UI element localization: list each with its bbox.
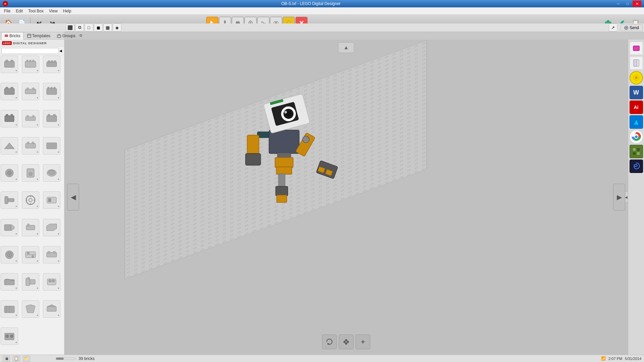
brick-item[interactable]: + (43, 191, 60, 209)
brick-plus-18: + (58, 205, 59, 208)
bricks-tab-icon (4, 34, 8, 38)
brick-item[interactable]: + (1, 110, 18, 127)
right-files-button[interactable] (630, 42, 643, 55)
groups-settings-icon[interactable]: ⚙ (79, 34, 83, 38)
viewport-nav-right[interactable]: ▶ (613, 184, 625, 210)
action-btn-7[interactable]: ↗ (609, 23, 618, 32)
brick-item[interactable]: + (22, 56, 39, 73)
svg-point-103 (10, 335, 13, 338)
svg-rect-68 (8, 198, 14, 202)
svg-point-64 (29, 172, 32, 176)
action-btn-5[interactable]: ▦ (103, 23, 112, 32)
tab-templates[interactable]: Templates (24, 32, 54, 40)
panel-collapse-arrow[interactable]: ◀ (59, 49, 63, 53)
brick-item[interactable]: + (1, 83, 18, 100)
svg-rect-50 (25, 117, 36, 121)
svg-rect-137 (634, 60, 637, 66)
viewport-nav-left[interactable]: ◀ (67, 184, 79, 210)
viewport-rotate-button[interactable] (322, 335, 337, 349)
brick-item[interactable]: + (1, 191, 18, 209)
maximize-button[interactable]: □ (623, 1, 632, 7)
brick-item[interactable]: + (43, 56, 60, 73)
menu-file[interactable]: File (1, 8, 13, 14)
brick-item[interactable]: + (43, 164, 60, 182)
svg-point-58 (27, 142, 29, 144)
status-icon-btn-1[interactable]: 🖥 (3, 356, 10, 362)
right-chrome-button[interactable] (630, 130, 643, 143)
brick-item[interactable]: + (43, 246, 60, 263)
right-adobe-button[interactable]: Ai (630, 101, 643, 114)
menu-view[interactable]: View (46, 8, 60, 14)
svg-rect-38 (6, 87, 8, 89)
svg-rect-41 (27, 88, 29, 89)
action-btn-4[interactable]: ◼ (94, 23, 103, 32)
right-doc-button[interactable] (630, 56, 643, 70)
viewport-pan-button[interactable] (339, 335, 354, 349)
brick-item[interactable]: + (22, 83, 39, 100)
svg-rect-27 (6, 60, 8, 62)
brick-plus-12: + (58, 150, 59, 154)
svg-marker-16 (606, 20, 610, 22)
action-btn-2[interactable]: ⧉ (75, 23, 84, 32)
brick-item[interactable]: + (43, 273, 60, 291)
right-minecraft-button[interactable] (630, 145, 643, 158)
brick-item[interactable]: + (22, 246, 39, 263)
action-btn-1[interactable]: ⬛ (66, 23, 74, 32)
svg-point-86 (32, 255, 34, 257)
menu-help[interactable]: Help (60, 8, 74, 14)
svg-rect-20 (5, 35, 8, 37)
brick-item[interactable]: + (22, 164, 39, 182)
brick-plus-25: + (15, 287, 17, 290)
right-swirl-button[interactable] (630, 160, 643, 173)
brick-item[interactable]: + (1, 273, 18, 291)
brick-plus-16: + (15, 205, 17, 208)
brick-plus-26: + (37, 287, 38, 290)
brick-item[interactable]: + (22, 300, 39, 318)
brick-item[interactable]: + (43, 300, 60, 318)
status-icon-btn-2[interactable]: 📋 (13, 356, 20, 362)
viewport-zoom-button[interactable]: + (356, 335, 370, 349)
brick-plus-17: + (37, 205, 38, 208)
svg-point-85 (27, 252, 29, 254)
close-button[interactable]: ✕ (633, 1, 641, 7)
svg-rect-76 (48, 198, 51, 202)
svg-point-82 (9, 254, 10, 255)
menu-edit[interactable]: Edit (13, 8, 25, 14)
brick-item[interactable]: + (1, 300, 18, 318)
send-button[interactable]: Send (620, 24, 643, 31)
brick-item[interactable]: + (22, 191, 39, 209)
brick-item[interactable]: + (1, 246, 18, 263)
brick-item[interactable]: + (43, 137, 60, 155)
svg-rect-6 (238, 21, 239, 22)
brick-item[interactable]: + (22, 219, 39, 236)
status-icon-btn-3[interactable]: 📁 (23, 356, 30, 362)
brick-item[interactable]: + (1, 164, 18, 182)
brick-item[interactable]: + (1, 219, 18, 236)
right-shape-button[interactable] (630, 115, 643, 129)
status-slider (56, 357, 76, 360)
brick-plus-20: + (37, 232, 38, 236)
brick-item[interactable]: + (1, 137, 18, 155)
svg-point-70 (29, 198, 32, 202)
menu-toolbox[interactable]: Tool Box (25, 8, 46, 14)
right-yellow-button[interactable] (630, 71, 643, 84)
brick-item[interactable]: + (43, 83, 60, 100)
minimize-button[interactable]: ─ (614, 1, 623, 7)
action-btn-3[interactable]: □ (85, 23, 93, 32)
search-input[interactable] (1, 48, 59, 54)
brick-item[interactable]: + (1, 327, 18, 345)
svg-point-102 (6, 335, 8, 338)
svg-marker-140 (633, 119, 639, 125)
brick-item[interactable]: + (1, 56, 18, 73)
brick-item[interactable]: + (22, 137, 39, 155)
action-btn-6[interactable]: ◈ (113, 23, 121, 32)
brick-item[interactable]: + (43, 219, 60, 236)
brick-plus-10: + (15, 150, 17, 154)
tab-bricks[interactable]: Bricks (1, 32, 23, 40)
brick-item[interactable]: + (22, 273, 39, 291)
viewport-up-arrow[interactable]: ▲ (338, 42, 354, 53)
brick-item[interactable]: + (22, 110, 39, 127)
right-word-button[interactable]: W (630, 86, 643, 99)
tab-groups[interactable]: Groups (54, 32, 78, 40)
brick-item[interactable]: + (43, 110, 60, 127)
